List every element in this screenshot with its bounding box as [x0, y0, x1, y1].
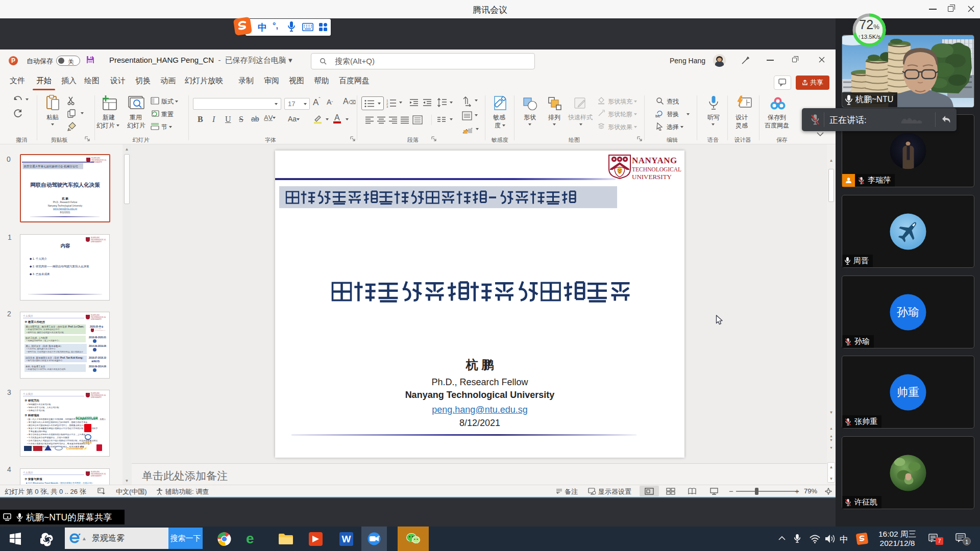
svg-text:bc: bc	[655, 114, 660, 118]
svg-text:3: 3	[386, 105, 388, 108]
